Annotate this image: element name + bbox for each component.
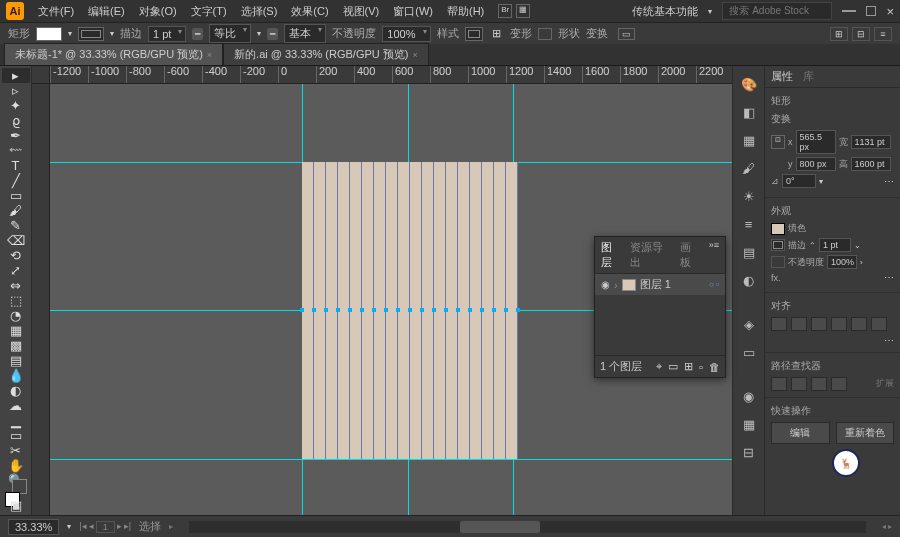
tab-doc2[interactable]: 新的.ai @ 33.33% (RGB/GPU 预览)×	[223, 43, 429, 65]
tab-doc1[interactable]: 未标题-1* @ 33.33% (RGB/GPU 预览)×	[4, 43, 223, 65]
graphic-styles-icon[interactable]: ▦	[739, 414, 759, 434]
minimize-icon[interactable]	[842, 10, 856, 12]
pf-minus[interactable]	[791, 377, 807, 391]
pf-exclude[interactable]	[831, 377, 847, 391]
stroke-color[interactable]	[771, 239, 785, 251]
layers-icon[interactable]: ◈	[739, 314, 759, 334]
angle-input[interactable]: 0°	[782, 174, 816, 188]
menu-help[interactable]: 帮助(H)	[441, 2, 490, 21]
direct-selection-tool[interactable]: ▹	[2, 83, 30, 98]
ruler-vertical[interactable]	[32, 84, 50, 515]
blend-tool[interactable]: ◐	[2, 383, 30, 398]
tab-properties[interactable]: 属性	[771, 69, 793, 84]
panel-collapse-icon[interactable]: »≡	[709, 240, 719, 270]
align-left[interactable]	[771, 317, 787, 331]
tab-libraries[interactable]: 库	[803, 69, 814, 84]
style-swatch[interactable]	[465, 27, 483, 41]
more-appearance-icon[interactable]: ⋯	[884, 272, 894, 283]
selection-handle[interactable]	[336, 308, 340, 312]
layers-panel[interactable]: 图层 资源导出 画板 »≡ ◉ › 图层 1 ○ ▫ 1 个图层 ⌖ ▭ ⊞ ▫…	[594, 236, 726, 378]
selection-handle[interactable]	[492, 308, 496, 312]
swatches-icon[interactable]: ▦	[739, 130, 759, 150]
selection-handle[interactable]	[480, 308, 484, 312]
menu-object[interactable]: 对象(O)	[133, 2, 183, 21]
artboard-tool[interactable]: ▭	[2, 428, 30, 443]
more-transform-icon[interactable]: ⋯	[884, 176, 894, 187]
eraser-tool[interactable]: ⌫	[2, 233, 30, 248]
pen-tool[interactable]: ✒	[2, 128, 30, 143]
h-input[interactable]: 1600 pt	[851, 157, 891, 171]
menu-file[interactable]: 文件(F)	[32, 2, 80, 21]
selection-handle[interactable]	[420, 308, 424, 312]
selection-handle[interactable]	[444, 308, 448, 312]
selection-handle[interactable]	[384, 308, 388, 312]
selection-handle[interactable]	[396, 308, 400, 312]
layer-row[interactable]: ◉ › 图层 1 ○ ▫	[595, 274, 725, 295]
fill-swatch[interactable]	[36, 27, 62, 41]
brush-panel[interactable]: 基本	[284, 24, 326, 43]
opacity-input[interactable]: 100%	[382, 26, 430, 42]
align-bottom[interactable]	[871, 317, 887, 331]
selection-handle[interactable]	[432, 308, 436, 312]
color-swatches[interactable]	[5, 492, 27, 494]
perspective-tool[interactable]: ▦	[2, 323, 30, 338]
selection-handle[interactable]	[360, 308, 364, 312]
workspace-switcher[interactable]: 传统基本功能	[632, 4, 698, 19]
x-input[interactable]: 565.5 px	[796, 130, 836, 154]
appearance-icon[interactable]: ◉	[739, 386, 759, 406]
selection-handle[interactable]	[456, 308, 460, 312]
align-panel-icon[interactable]: ⊟	[739, 442, 759, 462]
new-sublayer-icon[interactable]: ⊞	[684, 360, 693, 373]
ruler-origin[interactable]	[32, 66, 50, 84]
locate-icon[interactable]: ⌖	[656, 360, 662, 373]
asset-export-tab[interactable]: 资源导出	[630, 240, 672, 270]
shape-builder-tool[interactable]: ◔	[2, 308, 30, 323]
w-input[interactable]: 1131 pt	[851, 135, 891, 149]
delete-layer-icon[interactable]: 🗑	[709, 361, 720, 373]
selection-handle[interactable]	[348, 308, 352, 312]
tf-icon[interactable]	[538, 28, 552, 40]
color-panel-icon[interactable]: 🎨	[739, 74, 759, 94]
ref-point[interactable]: ⊡	[771, 135, 785, 149]
stroke-panel-icon[interactable]: ≡	[739, 214, 759, 234]
search-input[interactable]: 搜索 Adobe Stock	[722, 2, 832, 20]
align-vcenter[interactable]	[851, 317, 867, 331]
close-icon[interactable]: ×	[886, 4, 894, 19]
opt-menu-icon[interactable]: ≡	[874, 27, 892, 41]
magic-wand-tool[interactable]: ✦	[2, 98, 30, 113]
pf-unite[interactable]	[771, 377, 787, 391]
menu-type[interactable]: 文字(T)	[185, 2, 233, 21]
eyedropper-tool[interactable]: 💧	[2, 368, 30, 383]
gradient-panel-icon[interactable]: ▤	[739, 242, 759, 262]
fx-button[interactable]: fx.	[771, 273, 781, 283]
line-tool[interactable]: ╱	[2, 173, 30, 188]
transparency-icon[interactable]: ◐	[739, 270, 759, 290]
color-guide-icon[interactable]: ◧	[739, 102, 759, 122]
menu-window[interactable]: 窗口(W)	[387, 2, 439, 21]
menu-select[interactable]: 选择(S)	[235, 2, 284, 21]
y-input[interactable]: 800 px	[796, 157, 836, 171]
artboards-icon[interactable]: ▭	[739, 342, 759, 362]
menu-view[interactable]: 视图(V)	[337, 2, 386, 21]
brushes-icon[interactable]: 🖌	[739, 158, 759, 178]
slice-tool[interactable]: ✂	[2, 443, 30, 458]
width-tool[interactable]: ⇔	[2, 278, 30, 293]
free-transform-tool[interactable]: ⬚	[2, 293, 30, 308]
selection-tool[interactable]: ▸	[2, 68, 30, 83]
selection-handle[interactable]	[408, 308, 412, 312]
fill-color[interactable]	[771, 223, 785, 235]
mesh-tool[interactable]: ▩	[2, 338, 30, 353]
menu-effect[interactable]: 效果(C)	[285, 2, 334, 21]
pf-intersect[interactable]	[811, 377, 827, 391]
bridge-icon[interactable]: Br	[498, 4, 512, 18]
tab-close-icon[interactable]: ×	[207, 50, 212, 60]
align-hcenter[interactable]	[791, 317, 807, 331]
align-right[interactable]	[811, 317, 827, 331]
layer-name[interactable]: 图层 1	[640, 277, 671, 292]
selection-handle[interactable]	[516, 308, 520, 312]
scale-tool[interactable]: ⤢	[2, 263, 30, 278]
lasso-tool[interactable]: ϱ	[2, 113, 30, 128]
curvature-tool[interactable]: ⬳	[2, 143, 30, 158]
replace-label[interactable]: 变换	[586, 26, 608, 41]
selection-handle[interactable]	[300, 308, 304, 312]
